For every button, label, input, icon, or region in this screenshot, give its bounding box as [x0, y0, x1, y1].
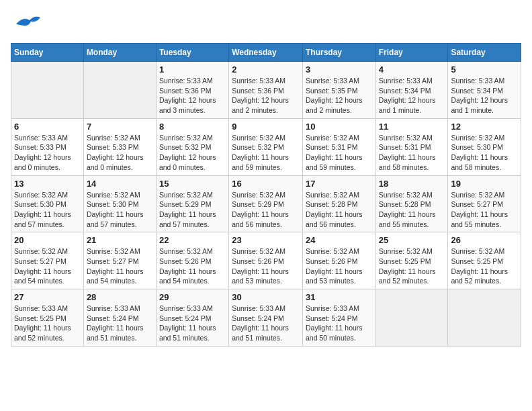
- table-row: 21Sunrise: 5:32 AM Sunset: 5:27 PM Dayli…: [83, 232, 156, 289]
- table-row: 11Sunrise: 5:32 AM Sunset: 5:31 PM Dayli…: [375, 118, 448, 175]
- day-number: 22: [159, 235, 226, 245]
- day-number: 28: [87, 292, 153, 302]
- col-friday: Friday: [375, 44, 448, 62]
- day-info: Sunrise: 5:32 AM Sunset: 5:26 PM Dayligh…: [306, 246, 373, 286]
- day-number: 9: [232, 122, 300, 132]
- col-thursday: Thursday: [302, 44, 375, 62]
- table-row: [448, 289, 521, 347]
- day-number: 10: [306, 122, 373, 132]
- table-row: 1Sunrise: 5:33 AM Sunset: 5:36 PM Daylig…: [156, 62, 228, 119]
- col-saturday: Saturday: [448, 44, 521, 62]
- calendar-header: Sunday Monday Tuesday Wednesday Thursday…: [11, 44, 521, 62]
- day-info: Sunrise: 5:33 AM Sunset: 5:25 PM Dayligh…: [14, 304, 81, 343]
- days-of-week-row: Sunday Monday Tuesday Wednesday Thursday…: [11, 44, 521, 62]
- day-info: Sunrise: 5:33 AM Sunset: 5:24 PM Dayligh…: [87, 304, 153, 343]
- calendar-body: 1Sunrise: 5:33 AM Sunset: 5:36 PM Daylig…: [11, 62, 521, 347]
- table-row: 9Sunrise: 5:32 AM Sunset: 5:32 PM Daylig…: [229, 118, 303, 175]
- day-number: 2: [232, 64, 300, 75]
- day-info: Sunrise: 5:32 AM Sunset: 5:27 PM Dayligh…: [451, 190, 518, 230]
- day-number: 31: [306, 292, 373, 302]
- day-number: 21: [87, 235, 153, 245]
- day-info: Sunrise: 5:33 AM Sunset: 5:24 PM Dayligh…: [159, 304, 226, 343]
- calendar-table: Sunday Monday Tuesday Wednesday Thursday…: [11, 43, 521, 347]
- day-info: Sunrise: 5:32 AM Sunset: 5:25 PM Dayligh…: [379, 246, 445, 286]
- day-info: Sunrise: 5:32 AM Sunset: 5:28 PM Dayligh…: [379, 190, 445, 230]
- table-row: 25Sunrise: 5:32 AM Sunset: 5:25 PM Dayli…: [375, 232, 448, 289]
- col-monday: Monday: [83, 44, 156, 62]
- table-row: 19Sunrise: 5:32 AM Sunset: 5:27 PM Dayli…: [448, 175, 521, 232]
- day-number: 12: [451, 122, 518, 132]
- week-row-3: 13Sunrise: 5:32 AM Sunset: 5:30 PM Dayli…: [11, 175, 521, 232]
- day-info: Sunrise: 5:32 AM Sunset: 5:31 PM Dayligh…: [306, 133, 373, 173]
- day-info: Sunrise: 5:33 AM Sunset: 5:34 PM Dayligh…: [379, 76, 445, 116]
- day-info: Sunrise: 5:32 AM Sunset: 5:32 PM Dayligh…: [159, 133, 226, 173]
- day-number: 24: [306, 235, 373, 245]
- day-info: Sunrise: 5:32 AM Sunset: 5:28 PM Dayligh…: [306, 190, 373, 230]
- logo-icon: [11, 11, 43, 38]
- day-info: Sunrise: 5:33 AM Sunset: 5:24 PM Dayligh…: [232, 304, 300, 343]
- day-number: 8: [159, 122, 226, 132]
- day-info: Sunrise: 5:33 AM Sunset: 5:34 PM Dayligh…: [451, 76, 518, 116]
- day-number: 29: [159, 292, 226, 302]
- day-number: 16: [232, 179, 300, 189]
- day-number: 19: [451, 179, 518, 189]
- day-info: Sunrise: 5:32 AM Sunset: 5:32 PM Dayligh…: [232, 133, 300, 173]
- day-info: Sunrise: 5:32 AM Sunset: 5:27 PM Dayligh…: [87, 246, 153, 286]
- day-number: 17: [306, 179, 373, 189]
- table-row: 29Sunrise: 5:33 AM Sunset: 5:24 PM Dayli…: [156, 289, 228, 347]
- day-info: Sunrise: 5:32 AM Sunset: 5:29 PM Dayligh…: [159, 190, 226, 230]
- week-row-4: 20Sunrise: 5:32 AM Sunset: 5:27 PM Dayli…: [11, 232, 521, 289]
- col-sunday: Sunday: [11, 44, 84, 62]
- day-number: 20: [14, 235, 81, 245]
- table-row: 16Sunrise: 5:32 AM Sunset: 5:29 PM Dayli…: [229, 175, 303, 232]
- table-row: 20Sunrise: 5:32 AM Sunset: 5:27 PM Dayli…: [11, 232, 84, 289]
- day-info: Sunrise: 5:32 AM Sunset: 5:25 PM Dayligh…: [451, 246, 518, 286]
- day-info: Sunrise: 5:33 AM Sunset: 5:36 PM Dayligh…: [159, 76, 226, 116]
- table-row: 12Sunrise: 5:32 AM Sunset: 5:30 PM Dayli…: [448, 118, 521, 175]
- day-info: Sunrise: 5:33 AM Sunset: 5:33 PM Dayligh…: [14, 133, 81, 173]
- week-row-2: 6Sunrise: 5:33 AM Sunset: 5:33 PM Daylig…: [11, 118, 521, 175]
- table-row: 4Sunrise: 5:33 AM Sunset: 5:34 PM Daylig…: [375, 62, 448, 119]
- day-number: 25: [379, 235, 445, 245]
- day-info: Sunrise: 5:32 AM Sunset: 5:33 PM Dayligh…: [87, 133, 153, 173]
- day-info: Sunrise: 5:32 AM Sunset: 5:29 PM Dayligh…: [232, 190, 300, 230]
- day-info: Sunrise: 5:32 AM Sunset: 5:26 PM Dayligh…: [159, 246, 226, 286]
- table-row: 13Sunrise: 5:32 AM Sunset: 5:30 PM Dayli…: [11, 175, 84, 232]
- table-row: 2Sunrise: 5:33 AM Sunset: 5:36 PM Daylig…: [229, 62, 303, 119]
- day-number: 26: [451, 235, 518, 245]
- table-row: 10Sunrise: 5:32 AM Sunset: 5:31 PM Dayli…: [302, 118, 375, 175]
- col-tuesday: Tuesday: [156, 44, 228, 62]
- table-row: 6Sunrise: 5:33 AM Sunset: 5:33 PM Daylig…: [11, 118, 84, 175]
- day-info: Sunrise: 5:33 AM Sunset: 5:36 PM Dayligh…: [232, 76, 300, 116]
- table-row: [11, 62, 84, 119]
- day-number: 13: [14, 179, 81, 189]
- table-row: 30Sunrise: 5:33 AM Sunset: 5:24 PM Dayli…: [229, 289, 303, 347]
- table-row: 27Sunrise: 5:33 AM Sunset: 5:25 PM Dayli…: [11, 289, 84, 347]
- table-row: 14Sunrise: 5:32 AM Sunset: 5:30 PM Dayli…: [83, 175, 156, 232]
- table-row: [375, 289, 448, 347]
- page-header: [11, 11, 521, 38]
- day-number: 4: [379, 64, 445, 75]
- table-row: 23Sunrise: 5:32 AM Sunset: 5:26 PM Dayli…: [229, 232, 303, 289]
- table-row: 8Sunrise: 5:32 AM Sunset: 5:32 PM Daylig…: [156, 118, 228, 175]
- table-row: 17Sunrise: 5:32 AM Sunset: 5:28 PM Dayli…: [302, 175, 375, 232]
- table-row: 22Sunrise: 5:32 AM Sunset: 5:26 PM Dayli…: [156, 232, 228, 289]
- day-info: Sunrise: 5:33 AM Sunset: 5:24 PM Dayligh…: [306, 304, 373, 343]
- day-number: 6: [14, 122, 81, 132]
- day-info: Sunrise: 5:32 AM Sunset: 5:30 PM Dayligh…: [451, 133, 518, 173]
- day-number: 7: [87, 122, 153, 132]
- day-number: 15: [159, 179, 226, 189]
- day-number: 1: [159, 64, 226, 75]
- day-info: Sunrise: 5:32 AM Sunset: 5:30 PM Dayligh…: [14, 190, 81, 230]
- table-row: 7Sunrise: 5:32 AM Sunset: 5:33 PM Daylig…: [83, 118, 156, 175]
- table-row: 24Sunrise: 5:32 AM Sunset: 5:26 PM Dayli…: [302, 232, 375, 289]
- day-number: 11: [379, 122, 445, 132]
- day-number: 18: [379, 179, 445, 189]
- day-info: Sunrise: 5:32 AM Sunset: 5:26 PM Dayligh…: [232, 246, 300, 286]
- logo: [11, 11, 46, 38]
- day-number: 23: [232, 235, 300, 245]
- week-row-5: 27Sunrise: 5:33 AM Sunset: 5:25 PM Dayli…: [11, 289, 521, 347]
- table-row: 5Sunrise: 5:33 AM Sunset: 5:34 PM Daylig…: [448, 62, 521, 119]
- table-row: 26Sunrise: 5:32 AM Sunset: 5:25 PM Dayli…: [448, 232, 521, 289]
- day-number: 27: [14, 292, 81, 302]
